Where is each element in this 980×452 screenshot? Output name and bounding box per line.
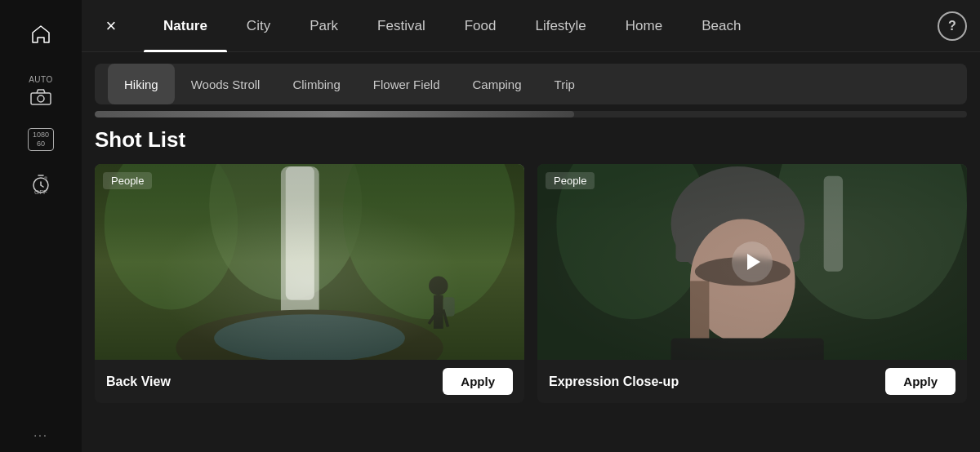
card-footer-2: Expression Close-up Apply (537, 360, 967, 403)
progress-bar (95, 111, 574, 117)
svg-point-3 (44, 176, 47, 179)
card-back-view: People Back View Apply (95, 164, 524, 403)
sidebar-home-button[interactable] (0, 10, 82, 59)
svg-point-13 (429, 277, 448, 295)
card-title-2: Expression Close-up (549, 374, 679, 389)
close-button[interactable]: × (95, 10, 127, 42)
main-area: × Nature City Park Festival Food Lifesty… (82, 0, 980, 452)
svg-text:OFF: OFF (34, 188, 47, 195)
play-button-2[interactable] (732, 242, 773, 282)
sub-navigation: Hiking Woods Stroll Climbing Flower Fiel… (95, 64, 967, 104)
card-title-1: Back View (106, 374, 171, 389)
card-footer-1: Back View Apply (95, 360, 524, 403)
tab-nature[interactable]: Nature (144, 0, 227, 52)
tab-park[interactable]: Park (290, 0, 358, 52)
sidebar: AUTO 108060 OFF ... (0, 0, 82, 452)
sidebar-more[interactable]: ... (33, 426, 48, 439)
shot-list-title: Shot List (95, 127, 967, 153)
subtab-flower-field[interactable]: Flower Field (357, 64, 457, 104)
subtab-camping[interactable]: Camping (457, 64, 538, 104)
tab-festival[interactable]: Festival (358, 0, 445, 52)
card-image-wrap-2: People (537, 164, 967, 360)
svg-rect-26 (671, 339, 824, 360)
home-icon (29, 23, 52, 46)
sidebar-timer[interactable]: OFF (30, 174, 51, 195)
camera-icon (30, 87, 51, 105)
more-dots: ... (33, 426, 48, 439)
tab-beach[interactable]: Beach (682, 0, 760, 52)
hiking-scene-svg (95, 164, 524, 360)
top-navigation: × Nature City Park Festival Food Lifesty… (82, 0, 980, 52)
apply-button-2[interactable]: Apply (885, 368, 956, 395)
card-badge-1: People (103, 172, 152, 189)
subtab-climbing[interactable]: Climbing (276, 64, 356, 104)
card-expression: People Expression Close-up Apply (537, 164, 967, 403)
subtab-woods-stroll[interactable]: Woods Stroll (175, 64, 277, 104)
sidebar-resolution[interactable]: 108060 (28, 128, 54, 151)
tab-lifestyle[interactable]: Lifestyle (515, 0, 605, 52)
tab-home[interactable]: Home (606, 0, 682, 52)
svg-point-1 (38, 95, 44, 102)
tab-city[interactable]: City (227, 0, 290, 52)
nav-tabs: Nature City Park Festival Food Lifestyle… (144, 0, 938, 52)
content-area: Shot List (82, 121, 980, 452)
auto-label: AUTO (29, 75, 53, 84)
subtab-hiking[interactable]: Hiking (108, 64, 175, 104)
subtab-trip[interactable]: Trip (538, 64, 591, 104)
svg-rect-21 (824, 176, 843, 272)
svg-point-12 (214, 314, 405, 360)
resolution-badge: 108060 (28, 128, 54, 151)
sidebar-top: AUTO 108060 OFF (0, 10, 82, 195)
cards-grid: People Back View Apply (95, 164, 967, 403)
timer-icon: OFF (30, 174, 51, 195)
card-image-wrap-1: People (95, 164, 524, 360)
tab-food[interactable]: Food (445, 0, 516, 52)
svg-rect-0 (31, 93, 51, 104)
svg-rect-10 (286, 166, 314, 300)
sidebar-mid: AUTO 108060 OFF (28, 75, 54, 195)
apply-button-1[interactable]: Apply (443, 368, 513, 395)
sidebar-auto-camera[interactable]: AUTO (29, 75, 53, 105)
help-button[interactable]: ? (938, 11, 967, 41)
card-badge-2: People (546, 172, 595, 189)
progress-bar-area (95, 111, 967, 117)
